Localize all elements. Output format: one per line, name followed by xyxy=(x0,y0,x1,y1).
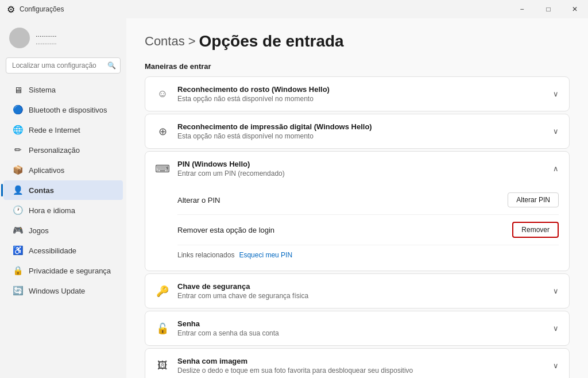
section-maneiras-title: Maneiras de entrar xyxy=(145,62,570,71)
sistema-icon: 🖥 xyxy=(13,84,23,95)
remover-button[interactable]: Remover xyxy=(512,222,559,238)
card-imagem-row[interactable]: 🖼 Senha com imagem Deslize o dedo e toqu… xyxy=(145,349,569,378)
senha-chevron-icon: ∨ xyxy=(553,324,559,333)
alterar-pin-label: Alterar o PIN xyxy=(177,196,220,205)
senha-title: Senha xyxy=(177,319,279,328)
sidebar-item-hora[interactable]: 🕐Hora e idioma xyxy=(3,200,123,220)
aplicativos-icon: 📦 xyxy=(13,165,23,175)
sidebar-search-container: 🔍 xyxy=(6,57,121,74)
user-name: ........... xyxy=(36,30,57,38)
rede-icon: 🌐 xyxy=(13,125,23,135)
avatar xyxy=(9,28,30,48)
bluetooth-icon: 🔵 xyxy=(13,105,23,115)
alterar-pin-row: Alterar o PIN Alterar PIN xyxy=(177,186,559,214)
sidebar-label-rede: Rede e Internet xyxy=(29,126,80,134)
sidebar: ........... ............ 🔍 🖥Sistema🔵Blue… xyxy=(0,18,126,378)
imagem-chevron-icon: ∨ xyxy=(553,361,559,370)
minimize-button[interactable]: − xyxy=(509,0,535,18)
impressao-sub: Esta opção não está disponível no moment… xyxy=(177,132,372,140)
sidebar-label-acessibilidade: Acessibilidade xyxy=(29,246,76,255)
card-imagem: 🖼 Senha com imagem Deslize o dedo e toqu… xyxy=(145,348,570,378)
card-rosto-row[interactable]: ☺ Reconhecimento do rosto (Windows Hello… xyxy=(145,77,569,111)
personalizacao-icon: ✏ xyxy=(13,145,23,155)
privacidade-icon: 🔒 xyxy=(13,265,23,276)
sidebar-item-contas[interactable]: 👤Contas xyxy=(3,180,123,200)
imagem-title: Senha com imagem xyxy=(177,357,413,365)
breadcrumb: Contas > Opções de entrada xyxy=(145,32,570,51)
search-input[interactable] xyxy=(6,57,121,74)
sidebar-label-hora: Hora e idioma xyxy=(29,206,75,215)
sidebar-item-privacidade[interactable]: 🔒Privacidade e segurança xyxy=(3,261,123,280)
pin-header[interactable]: ⌨ PIN (Windows Hello) Entrar com um PIN … xyxy=(145,152,569,186)
password-icon: 🔓 xyxy=(156,322,169,335)
pin-icon: ⌨ xyxy=(156,162,169,176)
sidebar-label-aplicativos: Aplicativos xyxy=(29,166,64,175)
rosto-sub: Esta opção não está disponível no moment… xyxy=(177,95,330,103)
impressao-title: Reconhecimento de impressão digital (Win… xyxy=(177,122,372,131)
pin-links: Links relacionados Esqueci meu PIN xyxy=(177,245,559,261)
jogos-icon: 🎮 xyxy=(13,225,23,236)
sidebar-item-sistema[interactable]: 🖥Sistema xyxy=(3,80,123,99)
chave-chevron-icon: ∨ xyxy=(553,287,559,295)
windows-update-icon: 🔄 xyxy=(13,286,23,296)
pin-body: Alterar o PIN Alterar PIN Remover esta o… xyxy=(145,186,569,271)
sidebar-label-privacidade: Privacidade e segurança xyxy=(29,267,111,275)
sidebar-label-jogos: Jogos xyxy=(29,226,49,235)
breadcrumb-separator: > xyxy=(188,34,196,49)
sidebar-label-windows-update: Windows Update xyxy=(29,287,85,295)
maximize-button[interactable]: □ xyxy=(535,0,562,18)
sidebar-item-windows-update[interactable]: 🔄Windows Update xyxy=(3,281,123,300)
user-sub: ............ xyxy=(36,38,57,45)
alterar-pin-button[interactable]: Alterar PIN xyxy=(508,192,559,207)
imagem-sub: Deslize o dedo e toque em sua foto favor… xyxy=(177,367,413,375)
acessibilidade-icon: ♿ xyxy=(13,245,23,256)
breadcrumb-parent: Contas xyxy=(145,34,185,49)
main-content: Contas > Opções de entrada Maneiras de e… xyxy=(126,18,588,378)
card-impressao-row[interactable]: ⊕ Reconhecimento de impressão digital (W… xyxy=(145,114,569,148)
remover-login-row: Remover esta opção de login Remover xyxy=(177,214,559,245)
sidebar-item-personalizacao[interactable]: ✏Personalização xyxy=(3,140,123,160)
esqueci-pin-link[interactable]: Esqueci meu PIN xyxy=(239,251,292,259)
links-label: Links relacionados xyxy=(177,251,234,259)
card-chave: 🔑 Chave de segurança Entrar com uma chav… xyxy=(145,273,570,308)
card-chave-row[interactable]: 🔑 Chave de segurança Entrar com uma chav… xyxy=(145,274,569,308)
card-senha: 🔓 Senha Entrar com a senha da sua conta … xyxy=(145,311,570,346)
close-button[interactable]: ✕ xyxy=(562,0,588,18)
titlebar-title: Configurações xyxy=(20,5,64,13)
titlebar-left: ⚙ Configurações xyxy=(7,4,64,15)
sidebar-label-personalizacao: Personalização xyxy=(29,146,80,155)
app-icon: ⚙ xyxy=(7,4,15,15)
sidebar-label-bluetooth: Bluetooth e dispositivos xyxy=(29,106,107,114)
breadcrumb-current: Opções de entrada xyxy=(199,32,344,51)
hora-icon: 🕐 xyxy=(13,205,23,215)
sidebar-item-jogos[interactable]: 🎮Jogos xyxy=(3,221,123,240)
senha-sub: Entrar com a senha da sua conta xyxy=(177,329,279,337)
sidebar-label-sistema: Sistema xyxy=(29,86,56,94)
card-pin: ⌨ PIN (Windows Hello) Entrar com um PIN … xyxy=(145,151,570,271)
rosto-chevron-icon: ∨ xyxy=(553,90,559,98)
contas-icon: 👤 xyxy=(13,185,23,195)
user-info: ........... ............ xyxy=(36,30,57,45)
card-senha-row[interactable]: 🔓 Senha Entrar com a senha da sua conta … xyxy=(145,311,569,345)
remover-login-label: Remover esta opção de login xyxy=(177,226,274,234)
titlebar: ⚙ Configurações − □ ✕ xyxy=(0,0,588,18)
card-rosto: ☺ Reconhecimento do rosto (Windows Hello… xyxy=(145,76,570,111)
face-icon: ☺ xyxy=(156,87,169,101)
pin-chevron-icon: ∧ xyxy=(553,164,559,173)
app-body: ........... ............ 🔍 🖥Sistema🔵Blue… xyxy=(0,18,588,378)
fingerprint-icon: ⊕ xyxy=(156,125,169,138)
sidebar-item-rede[interactable]: 🌐Rede e Internet xyxy=(3,120,123,140)
chave-title: Chave de segurança xyxy=(177,282,308,291)
sidebar-nav: 🖥Sistema🔵Bluetooth e dispositivos🌐Rede e… xyxy=(0,79,126,301)
picture-password-icon: 🖼 xyxy=(156,359,169,373)
sidebar-user: ........... ............ xyxy=(0,23,126,57)
rosto-title: Reconhecimento do rosto (Windows Hello) xyxy=(177,85,330,94)
sidebar-label-contas: Contas xyxy=(29,186,54,195)
sidebar-item-bluetooth[interactable]: 🔵Bluetooth e dispositivos xyxy=(3,100,123,119)
chave-sub: Entrar com uma chave de segurança física xyxy=(177,292,308,300)
card-impressao: ⊕ Reconhecimento de impressão digital (W… xyxy=(145,114,570,149)
sidebar-item-acessibilidade[interactable]: ♿Acessibilidade xyxy=(3,241,123,260)
pin-sub: Entrar com um PIN (recomendado) xyxy=(177,169,285,178)
titlebar-controls: − □ ✕ xyxy=(509,0,588,18)
sidebar-item-aplicativos[interactable]: 📦Aplicativos xyxy=(3,160,123,180)
